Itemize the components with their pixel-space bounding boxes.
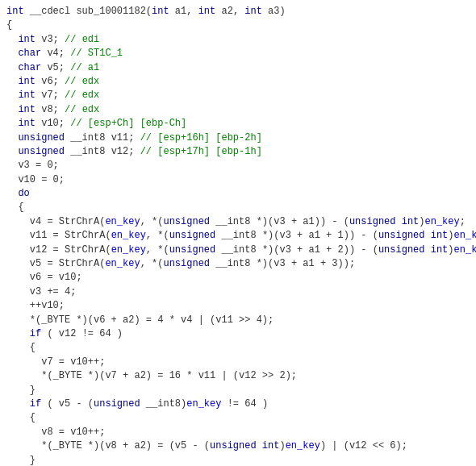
code-container: int __cdecl sub_10001182(int a1, int a2,…	[0, 0, 476, 466]
code-line: do	[6, 187, 470, 201]
code-line: int v8; // edx	[6, 103, 470, 117]
code-line: v3 += 4;	[6, 285, 470, 299]
code-line: {	[6, 341, 470, 355]
code-line: char v5; // a1	[6, 61, 470, 75]
code-line: unsigned __int8 v12; // [esp+17h] [ebp-1…	[6, 145, 470, 159]
code-line: v6 = v10;	[6, 271, 470, 285]
code-line: }	[6, 384, 470, 397]
code-line: int v6; // edx	[6, 75, 470, 89]
code-line: v11 = StrChrA(en_key, *(unsigned __int8 …	[6, 229, 470, 243]
code-line: v4 = StrChrA(en_key, *(unsigned __int8 *…	[6, 215, 470, 229]
code-line: v3 = 0;	[6, 159, 470, 173]
code-line: v10 = 0;	[6, 173, 470, 187]
code-line: ++v10;	[6, 299, 470, 313]
code-line: unsigned __int8 v11; // [esp+16h] [ebp-2…	[6, 131, 470, 145]
code-line: int v10; // [esp+Ch] [ebp-Ch]	[6, 117, 470, 131]
code-line: v5 = StrChrA(en_key, *(unsigned __int8 *…	[6, 257, 470, 271]
code-line: {	[6, 19, 470, 32]
code-line: int v7; // edx	[6, 89, 470, 102]
code-block: int __cdecl sub_10001182(int a1, int a2,…	[6, 5, 470, 466]
code-line: int __cdecl sub_10001182(int a1, int a2,…	[6, 5, 470, 19]
code-line: *(_BYTE *)(v6 + a2) = 4 * v4 | (v11 >> 4…	[6, 314, 470, 327]
code-line: if ( v12 != 64 )	[6, 327, 470, 341]
code-line: {	[6, 201, 470, 214]
code-line: *(_BYTE *)(v7 + a2) = 16 * v11 | (v12 >>…	[6, 369, 470, 383]
code-line: v7 = v10++;	[6, 356, 470, 369]
code-line: v12 = StrChrA(en_key, *(unsigned __int8 …	[6, 243, 470, 257]
code-line: {	[6, 411, 470, 425]
code-line: v8 = v10++;	[6, 426, 470, 439]
code-line: int v3; // edi	[6, 33, 470, 47]
code-line: *(_BYTE *)(v8 + a2) = (v5 - (unsigned in…	[6, 439, 470, 453]
code-line: }	[6, 454, 470, 467]
code-line: if ( v5 - (unsigned __int8)en_key != 64 …	[6, 397, 470, 411]
code-line: char v4; // ST1C_1	[6, 47, 470, 60]
